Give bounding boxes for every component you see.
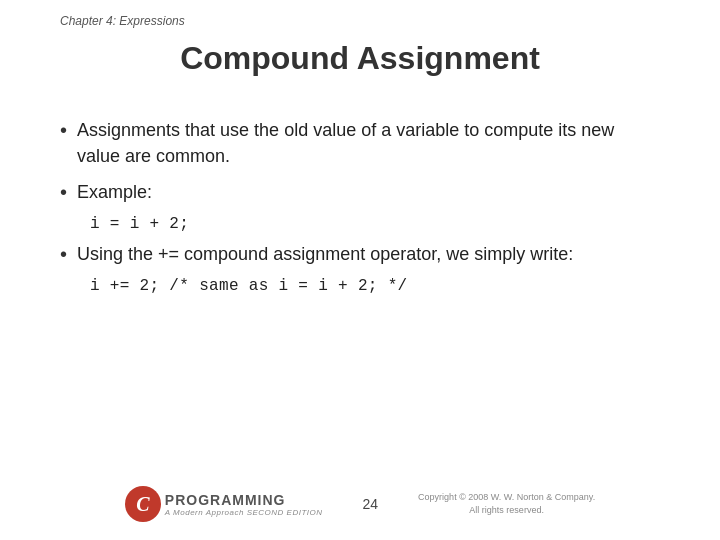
chapter-label: Chapter 4: Expressions — [60, 14, 185, 28]
footer: C PROGRAMMING A Modern Approach SECOND E… — [0, 486, 720, 522]
bullet-text-2: Example: — [77, 179, 152, 205]
slide-title: Compound Assignment — [0, 40, 720, 87]
copyright-text: Copyright © 2008 W. W. Norton & Company.… — [418, 491, 595, 516]
logo-programming-text: PROGRAMMING — [165, 492, 323, 508]
logo-c-icon: C — [125, 486, 161, 522]
bullet-dot: • — [60, 243, 67, 266]
bullet-dot: • — [60, 181, 67, 204]
code-block-1: i = i + 2; — [90, 215, 660, 233]
logo-text-area: PROGRAMMING A Modern Approach SECOND EDI… — [165, 492, 323, 517]
code-block-2: i += 2; /* same as i = i + 2; */ — [90, 277, 660, 295]
bullet-text-1: Assignments that use the old value of a … — [77, 117, 660, 169]
logo-subtitle-text: A Modern Approach SECOND EDITION — [165, 508, 323, 517]
list-item: • Example: — [60, 179, 660, 205]
bullet-text-3: Using the += compound assignment operato… — [77, 241, 573, 267]
list-item: • Assignments that use the old value of … — [60, 117, 660, 169]
bullet-dot: • — [60, 119, 67, 142]
footer-logo: C PROGRAMMING A Modern Approach SECOND E… — [125, 486, 323, 522]
page-number: 24 — [363, 496, 379, 512]
list-item: • Using the += compound assignment opera… — [60, 241, 660, 267]
content-area: • Assignments that use the old value of … — [0, 97, 720, 323]
